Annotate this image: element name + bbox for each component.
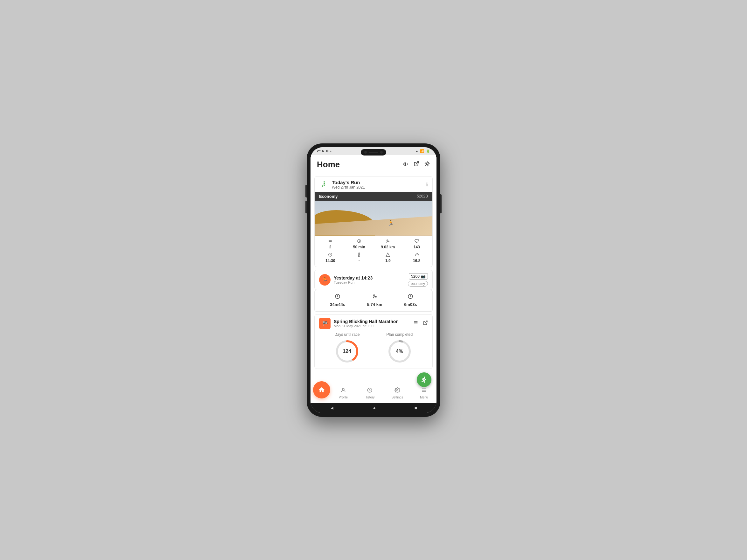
stat-elevation: 1.9	[375, 252, 401, 263]
svg-line-0	[416, 162, 419, 164]
stat-time: 14:30	[317, 252, 343, 263]
todays-run-header: Today's Run Wed 27th Jan 2021 ℹ	[315, 177, 432, 192]
todays-run-date: Wed 27th Jan 2021	[332, 185, 365, 189]
plan-circle: 4%	[387, 339, 412, 364]
svg-point-2	[324, 181, 325, 183]
header-icons: 👁	[403, 161, 430, 168]
stat-weight: 16.8	[404, 252, 430, 263]
svg-point-26	[397, 389, 398, 391]
stat-duration-value: 50 min	[353, 245, 365, 249]
nav-items: Profile History Settings	[330, 386, 437, 400]
info-icon[interactable]: ℹ	[426, 182, 428, 188]
stat-duration: 50 min	[346, 239, 372, 249]
app-content: Home 👁	[310, 155, 437, 384]
svg-point-1	[426, 163, 428, 165]
yesterday-title: Tuesday Run	[334, 281, 372, 284]
svg-line-19	[425, 321, 427, 323]
race-title: Spring Blickling Half Marathon	[334, 319, 398, 324]
yst-stat-time: 34m44s	[330, 294, 345, 307]
days-until-race-group: Days until race 124	[334, 332, 360, 364]
todays-run-card: Today's Run Wed 27th Jan 2021 ℹ Economy …	[314, 176, 433, 267]
app-header: Home 👁	[310, 155, 437, 173]
yst-stat-pace: 6m03s	[404, 294, 417, 307]
home-circle-button[interactable]: ●	[373, 405, 376, 410]
status-time: 2:16	[317, 149, 324, 153]
race-date: Mon 31 May 2021 at 9:00	[334, 324, 398, 328]
stat-intervals: 2	[317, 239, 343, 249]
yst-stat-distance: 5.74 km	[367, 294, 382, 307]
camera-icon: 📷	[421, 274, 426, 278]
nav-history[interactable]: History	[362, 386, 377, 400]
stat-weight-value: 16.8	[413, 259, 420, 263]
svg-marker-11	[386, 253, 390, 257]
race-share-icon[interactable]	[423, 320, 428, 327]
score-badge: 5260 📷	[409, 273, 428, 279]
menu-icon	[421, 387, 427, 395]
race-header: 🏁 Spring Blickling Half Marathon Mon 31 …	[315, 315, 432, 332]
stat-heart: 143	[404, 239, 430, 249]
yst-pace-value: 6m03s	[404, 302, 417, 307]
share-icon[interactable]	[414, 161, 419, 168]
economy-bar: Economy 5262B	[315, 192, 432, 201]
days-label: Days until race	[334, 332, 360, 337]
yesterday-run-card: 🏃 Yesterday at 14:23 Tuesday Run 5260 📷 …	[314, 270, 433, 290]
run-stats-grid-2: 14:30 - 1.9	[315, 252, 432, 267]
svg-point-24	[342, 388, 344, 390]
menu-label: Menu	[420, 396, 428, 399]
android-nav-bar: ◄ ● ■	[310, 403, 437, 413]
stat-elevation-value: 1.9	[385, 259, 391, 263]
stat-distance: 9.02 km	[375, 239, 401, 249]
svg-point-13	[373, 294, 375, 296]
settings-label: Settings	[392, 396, 403, 399]
todays-run-title: Today's Run	[332, 180, 365, 185]
nav-profile[interactable]: Profile	[336, 386, 350, 400]
history-label: History	[365, 396, 375, 399]
yesterday-avatar: 🏃	[319, 274, 331, 286]
stat-distance-value: 9.02 km	[381, 245, 395, 249]
recents-button[interactable]: ■	[415, 405, 417, 410]
race-avatar: 🏁	[319, 318, 331, 329]
days-circle: 124	[334, 339, 360, 364]
history-icon	[367, 387, 372, 395]
plan-value: 4%	[396, 349, 403, 354]
stat-heart-value: 143	[414, 245, 420, 249]
runner-silhouette: 🏃	[388, 220, 394, 226]
page-title: Home	[317, 160, 340, 169]
svg-point-8	[387, 239, 388, 241]
signal-icon: 📶	[420, 149, 424, 153]
bug-icon[interactable]	[424, 161, 430, 168]
runner-icon	[319, 180, 329, 189]
stat-intervals-value: 2	[329, 245, 332, 249]
settings-nav-icon	[394, 387, 400, 395]
stat-time-value: 14:30	[326, 259, 335, 263]
race-card: 🏁 Spring Blickling Half Marathon Mon 31 …	[314, 314, 433, 369]
status-dot: •	[330, 149, 332, 153]
stat-temp-value: -	[359, 259, 360, 263]
run-stats-grid-1: 2 50 min 9.02 km	[315, 236, 432, 252]
score-value: 5260	[411, 274, 420, 278]
eye-icon[interactable]: 👁	[403, 161, 409, 168]
race-list-icon[interactable]	[413, 320, 418, 327]
back-button[interactable]: ◄	[330, 405, 334, 410]
settings-status-icon: ⚙	[326, 149, 329, 153]
wifi-icon: ▲	[415, 149, 419, 153]
economy-label: Economy	[319, 194, 338, 199]
profile-icon	[340, 387, 346, 395]
run-image: 🏃	[315, 201, 432, 236]
run-fab-button[interactable]	[417, 372, 431, 387]
days-value: 124	[343, 349, 351, 354]
battery-icon: 🔋	[426, 149, 430, 153]
yesterday-time: Yesterday at 14:23	[334, 275, 372, 281]
nav-settings[interactable]: Settings	[389, 386, 406, 400]
nav-menu[interactable]: Menu	[417, 386, 431, 400]
yst-distance-value: 5.74 km	[367, 302, 382, 307]
home-button[interactable]	[313, 381, 330, 398]
economy-tag: economy	[408, 281, 428, 287]
race-progress-section: Days until race 124 Plan completed	[315, 332, 432, 364]
profile-label: Profile	[339, 396, 348, 399]
yesterday-stats: 34m44s 5.74 km 6m03s	[314, 290, 433, 312]
plan-completed-group: Plan completed 4%	[386, 332, 413, 364]
economy-value: 5262B	[417, 194, 428, 198]
plan-label: Plan completed	[386, 332, 413, 337]
yst-time-value: 34m44s	[330, 302, 345, 307]
